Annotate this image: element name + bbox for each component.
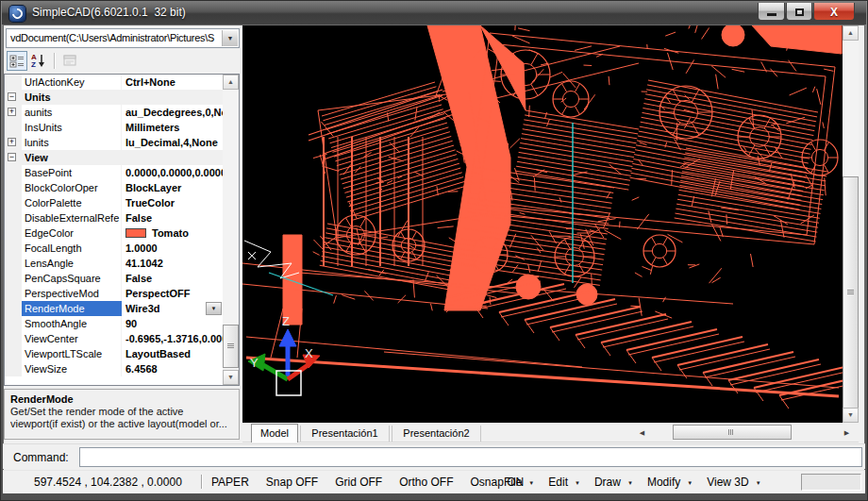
status-toggle-paper[interactable]: PAPER <box>211 476 249 489</box>
scroll-down-button[interactable]: ▼ <box>223 370 239 385</box>
property-row-lunits[interactable]: +lunitslu_Decimal,4,None <box>5 135 223 150</box>
command-input[interactable] <box>79 447 862 467</box>
collapse-icon[interactable]: − <box>8 92 16 101</box>
viewport-vertical-scrollbar[interactable]: ▲ ▼ <box>843 25 859 423</box>
property-row-colorpalette[interactable]: ColorPaletteTrueColor <box>5 195 223 210</box>
category-row-view[interactable]: −View <box>5 150 223 165</box>
menu-view-3d[interactable]: View 3D▼ <box>707 476 760 489</box>
property-name[interactable]: PerspectiveMod <box>22 286 122 301</box>
property-value-text: 1.0000 <box>125 242 158 254</box>
close-button[interactable]: X <box>813 3 855 21</box>
property-name[interactable]: PenCapsSquare <box>22 271 122 286</box>
chevron-down-icon[interactable]: ▼ <box>222 30 238 46</box>
property-row-blockcoloroper[interactable]: BlockColorOperBlockLayer <box>5 180 223 195</box>
drawing-canvas[interactable]: ZXY <box>242 25 843 423</box>
property-row-aunits[interactable]: +aunitsau_Decdegrees,0,None <box>5 105 223 120</box>
property-value[interactable]: BlockLayer <box>122 180 223 195</box>
property-value[interactable]: 6.4568 <box>122 361 223 376</box>
status-toggle-grid-off[interactable]: Grid OFF <box>335 476 382 489</box>
property-value[interactable]: Millimeters <box>122 120 223 135</box>
category-row-units[interactable]: −Units <box>5 90 223 105</box>
property-name[interactable]: RenderMode <box>22 301 122 316</box>
scrollbar-thumb[interactable] <box>843 176 859 409</box>
property-name[interactable]: ViewportLTScale <box>22 346 122 361</box>
scroll-right-button[interactable]: ▶ <box>839 425 855 441</box>
property-value[interactable]: 90 <box>122 316 223 331</box>
property-name[interactable]: InsUnits <box>22 120 122 135</box>
property-name[interactable]: UrlActionKey <box>22 75 122 90</box>
property-row-lensangle[interactable]: LensAngle41.1042 <box>5 256 223 271</box>
minimize-button[interactable] <box>758 3 785 21</box>
property-row-urlactionkey[interactable]: UrlActionKeyCtrl+None <box>5 75 223 90</box>
property-name[interactable]: FocalLength <box>22 241 122 256</box>
property-row-disableexternalrefe[interactable]: DisableExternalRefeFalse <box>5 210 223 225</box>
property-row-viewsize[interactable]: ViewSize6.4568 <box>5 361 223 376</box>
property-value[interactable]: Ctrl+None <box>122 75 223 90</box>
property-row-viewportltscale[interactable]: ViewportLTScaleLayoutBased <box>5 346 223 361</box>
property-value[interactable]: False <box>122 271 223 286</box>
property-value[interactable]: Tomato <box>122 225 223 241</box>
property-name[interactable]: EdgeColor <box>22 225 122 241</box>
property-row-smoothangle[interactable]: SmoothAngle90 <box>5 316 223 331</box>
property-value[interactable]: TrueColor <box>122 195 223 210</box>
menu-edit[interactable]: Edit▼ <box>548 476 580 489</box>
property-row-insunits[interactable]: InsUnitsMillimeters <box>5 120 223 135</box>
menu-modify[interactable]: Modify▼ <box>647 476 693 489</box>
property-name[interactable]: lunits <box>22 135 122 150</box>
property-row-perspectivemod[interactable]: PerspectiveModPerspectOFF <box>5 286 223 301</box>
property-value[interactable]: -0.6965,-1.3716,0.0000 <box>122 331 223 346</box>
property-name[interactable]: ViewCenter <box>22 331 122 346</box>
property-value[interactable]: LayoutBased <box>122 346 223 361</box>
minimize-icon <box>767 13 776 16</box>
property-row-edgecolor[interactable]: EdgeColorTomato <box>5 225 223 241</box>
property-pages-button[interactable] <box>59 51 80 71</box>
property-name[interactable]: ViewSize <box>22 361 122 376</box>
tab-model[interactable]: Model <box>251 424 298 443</box>
property-name[interactable]: ColorPalette <box>22 195 122 210</box>
scroll-down-button[interactable]: ▼ <box>843 408 859 423</box>
menu-draw[interactable]: Draw▼ <box>594 476 633 489</box>
expand-icon[interactable]: + <box>8 108 16 116</box>
expand-icon[interactable]: + <box>8 138 16 146</box>
property-row-pencapssquare[interactable]: PenCapsSquareFalse <box>5 271 223 286</box>
scroll-up-button[interactable]: ▲ <box>223 75 239 90</box>
property-name[interactable]: LensAngle <box>22 256 122 271</box>
property-value[interactable]: 1.0000 <box>122 241 223 256</box>
property-row-viewcenter[interactable]: ViewCenter-0.6965,-1.3716,0.0000 <box>5 331 223 346</box>
horizontal-scrollbar-thumb[interactable] <box>673 425 792 440</box>
property-value[interactable]: PerspectOFF <box>122 286 223 301</box>
title-bar[interactable]: SimpleCAD(6.6021.0.1 32 bit) X <box>2 1 866 25</box>
property-name[interactable]: BasePoint <box>22 165 122 180</box>
property-row-rendermode[interactable]: RenderModeWire3d▼ <box>5 301 223 316</box>
property-value[interactable]: 0.0000,0.0000,0.0000 <box>122 165 223 180</box>
property-name[interactable]: DisableExternalRefe <box>22 210 122 225</box>
document-combobox[interactable]: vdDocument(C:\Users\Administrator\Pictur… <box>6 28 240 48</box>
property-name[interactable]: SmoothAngle <box>22 316 122 331</box>
categorized-button[interactable] <box>7 51 27 71</box>
property-name[interactable]: aunits <box>22 105 122 120</box>
property-grid-scrollbar[interactable]: ▲ ▼ <box>223 75 239 385</box>
property-value[interactable]: Wire3d▼ <box>122 301 223 316</box>
property-value[interactable]: au_Decdegrees,0,None <box>122 105 223 120</box>
property-value[interactable]: lu_Decimal,4,None <box>122 135 223 150</box>
menu-file[interactable]: File▼ <box>504 476 534 489</box>
maximize-button[interactable] <box>786 3 812 21</box>
scroll-left-button[interactable]: ◀ <box>634 425 650 441</box>
status-toggle-snap-off[interactable]: Snap OFF <box>266 476 318 489</box>
row-gutter: + <box>5 105 22 120</box>
property-value-text: Tomato <box>152 227 189 239</box>
property-name[interactable]: BlockColorOper <box>22 180 122 195</box>
property-value[interactable]: False <box>122 210 223 225</box>
collapse-icon[interactable]: − <box>8 153 16 161</box>
tab-presentacin2[interactable]: Presentación2 <box>392 426 481 442</box>
scroll-up-button[interactable]: ▲ <box>843 25 859 41</box>
property-row-basepoint[interactable]: BasePoint0.0000,0.0000,0.0000 <box>5 165 223 180</box>
status-toggle-ortho-off[interactable]: Ortho OFF <box>399 476 453 489</box>
value-dropdown-button[interactable]: ▼ <box>206 302 222 315</box>
alphabetical-sort-button[interactable]: A Z <box>28 51 49 71</box>
tab-presentacin1[interactable]: Presentación1 <box>300 426 390 442</box>
description-panel: RenderMode Get/Set the render mode of th… <box>4 389 240 440</box>
property-row-focallength[interactable]: FocalLength1.0000 <box>5 241 223 256</box>
scrollbar-thumb[interactable] <box>223 325 239 368</box>
property-value[interactable]: 41.1042 <box>122 256 223 271</box>
